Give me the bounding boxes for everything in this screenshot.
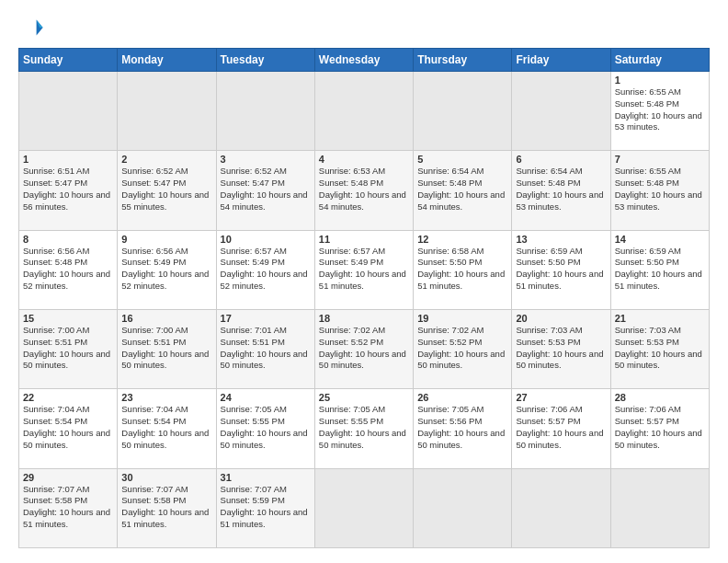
sunrise-label: Sunrise: 6:56 AM — [23, 246, 89, 256]
daylight-label: Daylight: 10 hours and 52 minutes. — [121, 269, 209, 291]
sunrise-label: Sunrise: 7:06 AM — [516, 404, 582, 414]
sunset-label: Sunset: 5:59 PM — [221, 495, 285, 505]
daylight-label: Daylight: 10 hours and 51 minutes. — [319, 269, 406, 291]
daylight-label: Daylight: 10 hours and 53 minutes. — [516, 190, 603, 212]
daylight-label: Daylight: 10 hours and 50 minutes. — [319, 349, 406, 371]
sunrise-label: Sunrise: 6:52 AM — [221, 166, 287, 176]
calendar-cell — [314, 72, 413, 151]
day-number: 28 — [615, 392, 705, 403]
calendar-cell: 26 Sunrise: 7:05 AM Sunset: 5:56 PM Dayl… — [414, 389, 512, 468]
day-info: Sunrise: 7:06 AM Sunset: 5:57 PM Dayligh… — [615, 404, 705, 451]
calendar-cell: 15 Sunrise: 7:00 AM Sunset: 5:51 PM Dayl… — [19, 309, 118, 388]
calendar-cell: 4 Sunrise: 6:53 AM Sunset: 5:48 PM Dayli… — [314, 151, 413, 230]
sunrise-label: Sunrise: 7:06 AM — [615, 404, 681, 414]
day-info: Sunrise: 6:58 AM Sunset: 5:50 PM Dayligh… — [417, 246, 507, 293]
calendar-cell: 9 Sunrise: 6:56 AM Sunset: 5:49 PM Dayli… — [118, 230, 216, 309]
logo-icon — [18, 15, 44, 40]
day-number: 18 — [319, 313, 409, 324]
day-info: Sunrise: 6:57 AM Sunset: 5:49 PM Dayligh… — [221, 246, 311, 293]
calendar-body: 1 Sunrise: 6:55 AM Sunset: 5:48 PM Dayli… — [19, 72, 710, 548]
day-info: Sunrise: 6:52 AM Sunset: 5:47 PM Dayligh… — [121, 166, 211, 213]
day-info: Sunrise: 7:02 AM Sunset: 5:52 PM Dayligh… — [319, 325, 409, 372]
calendar-header-wednesday: Wednesday — [314, 49, 413, 72]
day-info: Sunrise: 6:59 AM Sunset: 5:50 PM Dayligh… — [516, 246, 606, 293]
day-info: Sunrise: 7:03 AM Sunset: 5:53 PM Dayligh… — [516, 325, 606, 372]
calendar-cell — [118, 72, 216, 151]
day-info: Sunrise: 6:55 AM Sunset: 5:48 PM Dayligh… — [615, 86, 705, 133]
sunrise-label: Sunrise: 6:58 AM — [417, 246, 483, 256]
sunrise-label: Sunrise: 7:00 AM — [121, 325, 188, 335]
day-info: Sunrise: 6:56 AM Sunset: 5:48 PM Dayligh… — [23, 246, 113, 293]
sunset-label: Sunset: 5:55 PM — [319, 416, 383, 426]
day-info: Sunrise: 6:51 AM Sunset: 5:47 PM Dayligh… — [23, 166, 113, 213]
calendar-cell: 31 Sunrise: 7:07 AM Sunset: 5:59 PM Dayl… — [216, 468, 314, 547]
daylight-label: Daylight: 10 hours and 51 minutes. — [615, 269, 702, 291]
sunrise-label: Sunrise: 7:01 AM — [221, 325, 287, 335]
sunrise-label: Sunrise: 6:55 AM — [615, 166, 681, 176]
calendar-table: SundayMondayTuesdayWednesdayThursdayFrid… — [18, 48, 710, 548]
daylight-label: Daylight: 10 hours and 55 minutes. — [121, 190, 209, 212]
calendar-cell: 2 Sunrise: 6:52 AM Sunset: 5:47 PM Dayli… — [118, 151, 216, 230]
sunrise-label: Sunrise: 7:02 AM — [417, 325, 483, 335]
daylight-label: Daylight: 10 hours and 51 minutes. — [417, 269, 505, 291]
day-number: 13 — [516, 234, 606, 245]
sunrise-label: Sunrise: 6:59 AM — [615, 246, 681, 256]
sunset-label: Sunset: 5:53 PM — [615, 337, 679, 347]
logo — [18, 15, 48, 40]
calendar-cell: 18 Sunrise: 7:02 AM Sunset: 5:52 PM Dayl… — [314, 309, 413, 388]
sunset-label: Sunset: 5:48 PM — [417, 178, 482, 188]
daylight-label: Daylight: 10 hours and 50 minutes. — [221, 349, 308, 371]
day-number: 17 — [221, 313, 311, 324]
day-number: 31 — [221, 472, 311, 483]
sunset-label: Sunset: 5:58 PM — [23, 495, 87, 505]
calendar-cell: 23 Sunrise: 7:04 AM Sunset: 5:54 PM Dayl… — [118, 389, 216, 468]
sunset-label: Sunset: 5:49 PM — [221, 257, 285, 267]
calendar-cell — [610, 468, 709, 547]
page: SundayMondayTuesdayWednesdayThursdayFrid… — [0, 0, 728, 563]
calendar-cell: 14 Sunrise: 6:59 AM Sunset: 5:50 PM Dayl… — [610, 230, 709, 309]
calendar-header-row: SundayMondayTuesdayWednesdayThursdayFrid… — [19, 49, 710, 72]
sunset-label: Sunset: 5:52 PM — [417, 337, 482, 347]
sunrise-label: Sunrise: 6:52 AM — [121, 166, 188, 176]
daylight-label: Daylight: 10 hours and 50 minutes. — [121, 349, 209, 371]
sunset-label: Sunset: 5:49 PM — [121, 257, 186, 267]
day-info: Sunrise: 7:04 AM Sunset: 5:54 PM Dayligh… — [121, 404, 211, 451]
calendar-cell: 1 Sunrise: 6:51 AM Sunset: 5:47 PM Dayli… — [19, 151, 118, 230]
calendar-cell: 13 Sunrise: 6:59 AM Sunset: 5:50 PM Dayl… — [512, 230, 610, 309]
sunset-label: Sunset: 5:57 PM — [615, 416, 679, 426]
calendar-cell: 11 Sunrise: 6:57 AM Sunset: 5:49 PM Dayl… — [314, 230, 413, 309]
calendar-header-friday: Friday — [512, 49, 610, 72]
sunset-label: Sunset: 5:48 PM — [516, 178, 580, 188]
calendar-cell — [414, 468, 512, 547]
daylight-label: Daylight: 10 hours and 50 minutes. — [23, 349, 110, 371]
calendar-week-4: 22 Sunrise: 7:04 AM Sunset: 5:54 PM Dayl… — [19, 389, 710, 468]
sunset-label: Sunset: 5:47 PM — [121, 178, 186, 188]
sunset-label: Sunset: 5:57 PM — [516, 416, 580, 426]
sunrise-label: Sunrise: 6:53 AM — [319, 166, 385, 176]
day-number: 9 — [121, 234, 211, 245]
calendar-week-2: 8 Sunrise: 6:56 AM Sunset: 5:48 PM Dayli… — [19, 230, 710, 309]
day-number: 21 — [615, 313, 705, 324]
daylight-label: Daylight: 10 hours and 50 minutes. — [615, 428, 702, 450]
sunset-label: Sunset: 5:58 PM — [121, 495, 186, 505]
sunset-label: Sunset: 5:51 PM — [23, 337, 87, 347]
sunrise-label: Sunrise: 6:55 AM — [615, 86, 681, 97]
calendar-week-5: 29 Sunrise: 7:07 AM Sunset: 5:58 PM Dayl… — [19, 468, 710, 547]
sunrise-label: Sunrise: 7:03 AM — [615, 325, 681, 335]
day-number: 11 — [319, 234, 409, 245]
calendar-cell: 22 Sunrise: 7:04 AM Sunset: 5:54 PM Dayl… — [19, 389, 118, 468]
calendar-cell — [314, 468, 413, 547]
calendar-cell: 21 Sunrise: 7:03 AM Sunset: 5:53 PM Dayl… — [610, 309, 709, 388]
day-info: Sunrise: 7:05 AM Sunset: 5:55 PM Dayligh… — [221, 404, 311, 451]
calendar-header-monday: Monday — [118, 49, 216, 72]
daylight-label: Daylight: 10 hours and 50 minutes. — [23, 428, 110, 450]
sunrise-label: Sunrise: 6:57 AM — [221, 246, 287, 256]
day-number: 23 — [121, 392, 211, 403]
daylight-label: Daylight: 10 hours and 51 minutes. — [121, 507, 209, 529]
sunset-label: Sunset: 5:54 PM — [23, 416, 87, 426]
sunrise-label: Sunrise: 7:02 AM — [319, 325, 385, 335]
calendar-cell — [512, 72, 610, 151]
calendar-week-0: 1 Sunrise: 6:55 AM Sunset: 5:48 PM Dayli… — [19, 72, 710, 151]
calendar-cell: 25 Sunrise: 7:05 AM Sunset: 5:55 PM Dayl… — [314, 389, 413, 468]
calendar-cell — [216, 72, 314, 151]
